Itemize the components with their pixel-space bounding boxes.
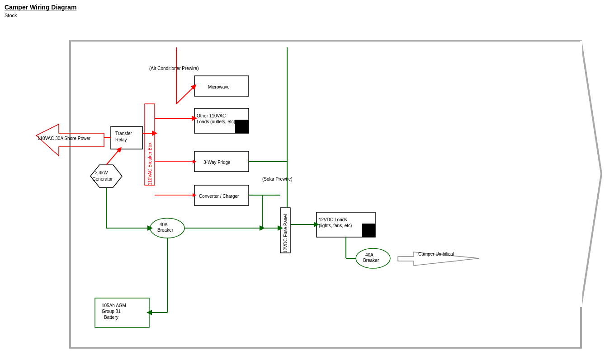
fridge-label: 3-Way Fridge xyxy=(203,160,231,165)
other-loads-label1: Other 110VAC xyxy=(197,113,226,118)
battery-label1: 105Ah AGM xyxy=(102,303,126,308)
fuse-panel-label: 12VDC Fuse Panel xyxy=(283,214,288,253)
breaker-right-label1: 40A xyxy=(365,252,373,257)
wiring-diagram: 110VAC 30A Shore Power Transfer Relay 3.… xyxy=(0,0,605,364)
generator-label2: Generator xyxy=(92,177,113,182)
breaker-right-label2: Breaker xyxy=(363,258,379,263)
breaker-box-label: 110VAC Breaker Box xyxy=(147,143,152,185)
svg-marker-14 xyxy=(362,224,375,237)
converter-label: Converter / Charger xyxy=(199,194,239,199)
umbilical-label: Camper Umbilical xyxy=(418,252,454,257)
generator-label1: 3.4kW xyxy=(95,170,108,175)
breaker-left-label1: 40A xyxy=(160,222,168,227)
dc-loads-label2: (lights, fans, etc) xyxy=(319,223,352,228)
microwave-label: Microwave xyxy=(208,84,230,89)
solar-prewire-label: (Solar Prewire) xyxy=(262,177,293,182)
other-loads-label2: Loads (outlets, etc) xyxy=(197,119,235,124)
svg-marker-1 xyxy=(581,41,601,307)
breaker-left-label2: Breaker xyxy=(157,228,174,233)
transfer-relay-label2: Relay xyxy=(115,137,127,142)
svg-marker-5 xyxy=(90,165,122,187)
shore-power-label: 110VAC 30A Shore Power xyxy=(38,136,91,141)
dc-loads-label1: 12VDC Loads xyxy=(319,217,347,222)
svg-marker-9 xyxy=(235,120,249,133)
battery-label3: Battery xyxy=(104,315,118,320)
transfer-relay-label: Transfer xyxy=(115,131,132,136)
svg-line-22 xyxy=(176,86,194,104)
svg-line-26 xyxy=(106,149,120,165)
ac-prewire-label: (Air Conditioner Prewire) xyxy=(149,66,199,71)
battery-label2: Group 31 xyxy=(102,309,121,314)
